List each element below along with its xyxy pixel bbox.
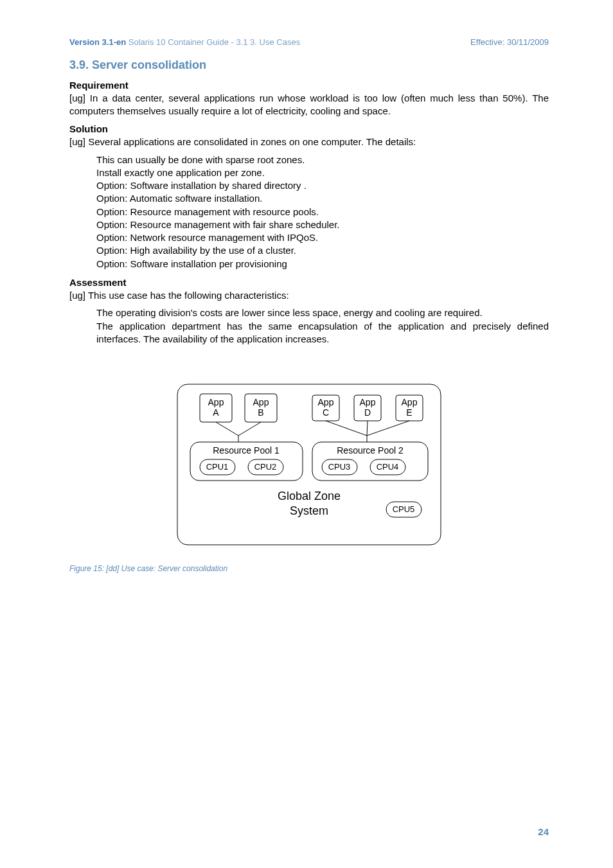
pool2-label: Resource Pool 2 — [337, 445, 404, 456]
svg-line-15 — [367, 421, 368, 436]
svg-line-14 — [326, 421, 367, 436]
page: Version 3.1-en Solaris 10 Container Guid… — [0, 0, 613, 868]
svg-line-12 — [238, 422, 261, 436]
cpu1-label: CPU1 — [206, 462, 229, 472]
diagram-container: App A App B App C App D App E — [69, 381, 549, 550]
svg-text:E: E — [406, 407, 412, 418]
app-b-label: App — [253, 397, 269, 407]
pool1-label: Resource Pool 1 — [213, 445, 280, 456]
figure-caption: Figure 15: [dd] Use case: Server consoli… — [69, 564, 549, 573]
requirement-heading: Requirement — [69, 80, 549, 91]
app-c-label: App — [318, 397, 334, 407]
header-title: Solaris 10 Container Guide - 3.1 3. Use … — [126, 37, 300, 47]
app-a-label: App — [208, 397, 224, 407]
list-item: Option: Software installation by shared … — [96, 179, 549, 192]
list-item: Option: High availability by the use of … — [96, 244, 549, 257]
version-label: Version 3.1-en — [69, 37, 126, 47]
list-item: The operating division's costs are lower… — [96, 306, 549, 319]
cpu3-label: CPU3 — [328, 462, 351, 472]
consolidation-diagram: App A App B App C App D App E — [174, 381, 444, 548]
svg-text:C: C — [323, 407, 329, 418]
list-item: Option: Automatic software installation. — [96, 192, 549, 205]
svg-line-16 — [367, 421, 409, 436]
list-item: This can usually be done with sparse roo… — [96, 154, 549, 166]
requirement-text: [ug] In a data center, several applicati… — [69, 92, 549, 117]
section-heading: 3.9. Server consolidation — [69, 58, 549, 72]
app-e-label: App — [402, 397, 418, 407]
cpu4-label: CPU4 — [377, 462, 399, 472]
svg-text:A: A — [213, 407, 219, 418]
cpu2-label: CPU2 — [254, 462, 277, 472]
list-item: The application department has the same … — [96, 320, 549, 346]
list-item: Option: Resource management with fair sh… — [96, 218, 549, 231]
list-item: Option: Software installation per provis… — [96, 258, 549, 270]
assessment-intro: [ug] This use case has the following cha… — [69, 289, 549, 302]
assessment-list: The operating division's costs are lower… — [96, 306, 549, 346]
globalzone-label: Global Zone — [278, 490, 341, 502]
header-left: Version 3.1-en Solaris 10 Container Guid… — [69, 37, 300, 47]
app-d-label: App — [360, 397, 376, 407]
svg-text:D: D — [364, 407, 371, 418]
solution-heading: Solution — [69, 123, 549, 134]
assessment-heading: Assessment — [69, 277, 549, 288]
svg-text:B: B — [258, 407, 263, 418]
page-header: Version 3.1-en Solaris 10 Container Guid… — [69, 37, 549, 47]
solution-intro: [ug] Several applications are consolidat… — [69, 136, 549, 148]
page-number: 24 — [538, 826, 549, 837]
list-item: Install exactly one application per zone… — [96, 166, 549, 179]
list-item: Option: Resource management with resourc… — [96, 206, 549, 218]
system-label: System — [290, 504, 328, 517]
header-effective-date: Effective: 30/11/2009 — [470, 37, 549, 47]
svg-line-11 — [216, 422, 238, 436]
list-item: Option: Network resource management with… — [96, 231, 549, 244]
solution-list: This can usually be done with sparse roo… — [96, 154, 549, 270]
cpu5-label: CPU5 — [393, 504, 415, 514]
